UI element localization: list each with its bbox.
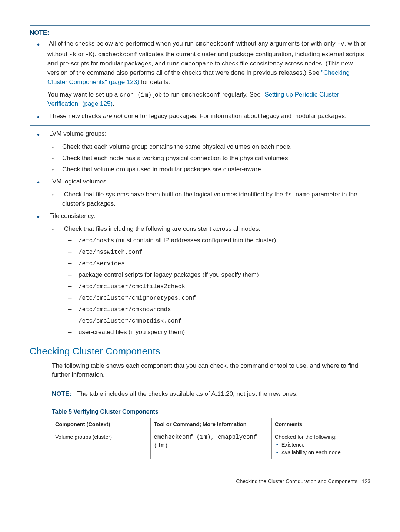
table-caption: Table 5 Verifying Cluster Components <box>52 407 370 416</box>
footer-text: Checking the Cluster Configuration and C… <box>236 478 357 484</box>
col-comments: Comments <box>271 418 370 431</box>
note-bullet-1: All of the checks below are performed wh… <box>30 39 370 109</box>
code: cmcompare <box>181 61 213 67</box>
note-block: NOTE: All of the checks below are perfor… <box>30 28 370 122</box>
code: /etc/cmcluster/cmignoretypes.conf <box>79 295 196 302</box>
emphasis: are not <box>103 112 123 119</box>
sub-item: Check that each volume group contains th… <box>47 142 370 152</box>
code: /etc/nsswitch.conf <box>79 249 143 256</box>
item-file-consistency: File consistency: Check that files inclu… <box>30 212 370 337</box>
note-bullet-2: These new checks are not done for legacy… <box>30 112 370 122</box>
text: ). <box>93 51 98 58</box>
dash-item: /etc/cmcluster/cmclfiles2check <box>62 282 370 291</box>
code: -k <box>69 51 76 58</box>
code: /etc/cmcluster/cmnotdisk.conf <box>79 318 181 324</box>
text: Check that files including the following… <box>64 225 260 232</box>
sub-item: Check that file systems have been built … <box>47 190 370 209</box>
note-text: The table includes all the checks availa… <box>77 390 298 397</box>
code: cron (1m) <box>120 92 151 98</box>
text: or <box>76 51 86 58</box>
cell-component: Volume groups (cluster) <box>52 431 151 459</box>
code: cmcheckconf <box>196 41 235 47</box>
text: All of the checks below are performed wh… <box>49 40 196 47</box>
code: fs_name <box>285 192 310 198</box>
text: regularly. See <box>220 91 262 98</box>
code: /etc/cmcluster/cmclfiles2check <box>79 283 185 290</box>
text: done for legacy packages. For informatio… <box>123 112 347 119</box>
text: job to run <box>151 91 181 98</box>
text: File consistency: <box>49 212 96 219</box>
section-heading-checking-cluster-components: Checking Cluster Components <box>30 344 370 358</box>
note-block-2: NOTE: The table includes all the checks … <box>52 390 370 399</box>
cell-comments: Checked for the following: Existence Ava… <box>271 431 370 459</box>
text: LVM logical volumes <box>49 178 107 185</box>
cell-bullet: Availability on each node <box>276 449 367 457</box>
components-table: Component (Context) Tool or Command; Mor… <box>52 418 370 459</box>
dash-item: /etc/cmcluster/cmknowncmds <box>62 305 370 314</box>
text: without any arguments (or with only <box>234 40 337 47</box>
text: These new checks <box>49 112 103 119</box>
col-tool: Tool or Command; More Information <box>151 418 271 431</box>
section-intro: The following table shows each component… <box>52 361 370 380</box>
sub-item: Check that each node has a working physi… <box>47 154 370 163</box>
text: Check that file systems have been built … <box>64 191 285 198</box>
text: (must contain all IP addresses configure… <box>114 237 276 244</box>
text: . <box>113 100 114 107</box>
item-lvm-logical-volumes: LVM logical volumes Check that file syst… <box>30 177 370 209</box>
code: /etc/services <box>79 260 125 267</box>
col-component: Component (Context) <box>52 418 151 431</box>
note-label: NOTE: <box>52 390 71 397</box>
code: -v <box>337 41 344 47</box>
dash-item: /etc/cmcluster/cmignoretypes.conf <box>62 293 370 303</box>
code: cmcheckconf <box>181 92 221 98</box>
code: -K <box>85 51 92 58</box>
dash-item: /etc/services <box>62 259 370 268</box>
sub-item: Check that volume groups used in modular… <box>47 165 370 174</box>
dash-item: /etc/cmcluster/cmnotdisk.conf <box>62 316 370 326</box>
dash-item: package control scripts for legacy packa… <box>62 270 370 280</box>
cell-bullet: Existence <box>276 441 367 449</box>
note-label: NOTE: <box>30 28 370 38</box>
sub-item: Check that files including the following… <box>47 225 370 337</box>
code: /etc/cmcluster/cmknowncmds <box>79 306 171 313</box>
cell-tool: cmcheckconf (1m), cmapplyconf (1m) <box>151 431 271 459</box>
dash-item: /etc/hosts (must contain all IP addresse… <box>62 236 370 245</box>
text: Checked for the following: <box>275 433 367 441</box>
code: cmcheckconf (1m), cmapplyconf (1m) <box>154 434 257 449</box>
table-row: Volume groups (cluster) cmcheckconf (1m)… <box>52 431 370 459</box>
page-footer: Checking the Cluster Configuration and C… <box>30 478 370 485</box>
page-number: 123 <box>362 478 370 484</box>
code: cmcheckconf <box>98 51 137 58</box>
dash-item: user-created files (if you specify them) <box>62 328 370 337</box>
code: /etc/hosts <box>79 238 114 244</box>
text: for details. <box>139 78 170 85</box>
text: LVM volume groups: <box>49 130 107 137</box>
dash-item: /etc/nsswitch.conf <box>62 248 370 257</box>
text: You may want to set up a <box>47 91 120 98</box>
item-lvm-volume-groups: LVM volume groups: Check that each volum… <box>30 129 370 174</box>
